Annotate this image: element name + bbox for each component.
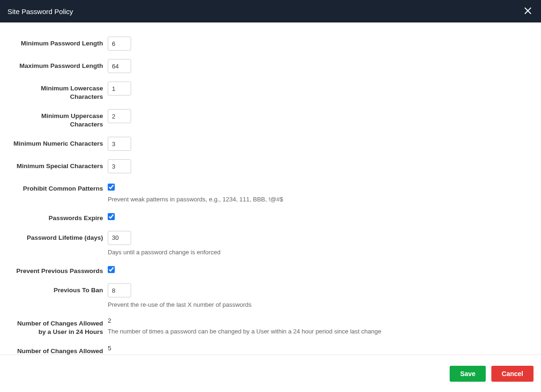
min-lowercase-input[interactable] — [108, 81, 131, 96]
min-numeric-label: Minimum Numeric Characters — [11, 137, 108, 148]
prohibit-patterns-checkbox[interactable] — [108, 184, 115, 191]
prohibit-patterns-helper: Prevent weak patterns in passwords, e.g.… — [108, 196, 530, 203]
min-lowercase-label: Minimum Lowercase Characters — [11, 81, 108, 101]
dialog-title: Site Password Policy — [7, 7, 73, 15]
password-lifetime-helper: Days until a password change is enforced — [108, 249, 530, 256]
previous-ban-label: Previous To Ban — [11, 283, 108, 295]
min-special-input[interactable] — [108, 159, 131, 173]
previous-ban-helper: Prevent the re-use of the last X number … — [108, 301, 530, 308]
user-changes-helper: The number of times a password can be ch… — [108, 328, 530, 335]
min-uppercase-input[interactable] — [108, 109, 131, 123]
prohibit-patterns-label: Prohibit Common Patterns — [11, 182, 108, 193]
admin-changes-value: 5 — [108, 344, 530, 352]
user-changes-label: Number of Changes Allowed by a User in 2… — [11, 317, 108, 336]
min-password-length-label: Minimum Password Length — [11, 37, 108, 48]
passwords-expire-checkbox[interactable] — [108, 213, 115, 220]
min-password-length-input[interactable] — [108, 37, 131, 51]
max-password-length-label: Maximum Password Length — [11, 59, 108, 70]
password-lifetime-input[interactable] — [108, 231, 131, 245]
admin-changes-label: Number of Changes Allowed by an Administ… — [11, 344, 108, 355]
prevent-previous-label: Prevent Previous Passwords — [11, 264, 108, 275]
max-password-length-input[interactable] — [108, 59, 131, 73]
min-uppercase-label: Minimum Uppercase Characters — [11, 109, 108, 128]
previous-ban-input[interactable] — [108, 283, 131, 297]
cancel-button[interactable]: Cancel — [491, 366, 534, 382]
dialog-header: Site Password Policy — [0, 0, 541, 22]
passwords-expire-label: Passwords Expire — [11, 211, 108, 222]
close-icon[interactable] — [522, 5, 534, 18]
min-special-label: Minimum Special Characters — [11, 159, 108, 170]
user-changes-value: 2 — [108, 317, 530, 324]
prevent-previous-checkbox[interactable] — [108, 266, 115, 273]
min-numeric-input[interactable] — [108, 137, 131, 151]
password-lifetime-label: Password Lifetime (days) — [11, 231, 108, 242]
dialog-footer: Save Cancel — [0, 355, 541, 392]
save-button[interactable]: Save — [450, 366, 486, 382]
dialog-body: Minimum Password Length Maximum Password… — [0, 22, 541, 355]
